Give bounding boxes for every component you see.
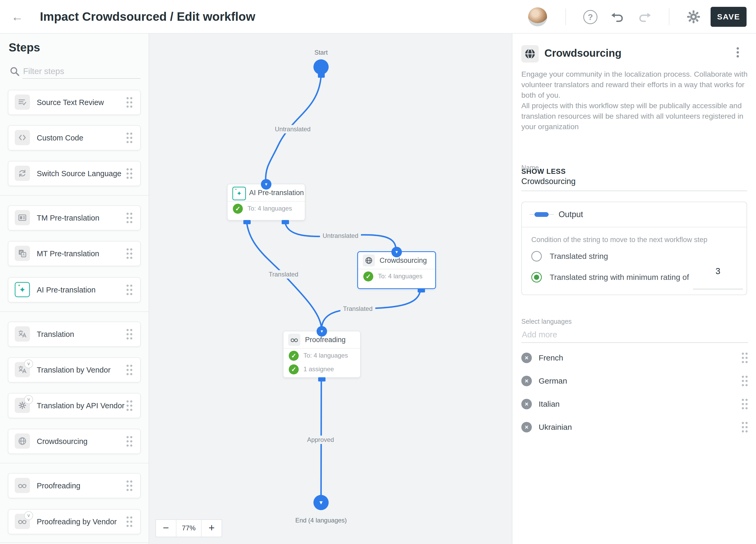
name-input[interactable]: Crowdsourcing: [521, 175, 747, 191]
edge-target-icon: [391, 247, 402, 257]
drag-handle-icon[interactable]: [127, 213, 132, 223]
start-label: Start: [314, 49, 328, 56]
edge-label: Untranslated: [272, 125, 313, 133]
output-connector-stub[interactable]: [282, 220, 289, 224]
drag-handle-icon[interactable]: [742, 422, 748, 432]
drag-handle-icon[interactable]: [127, 329, 132, 339]
group-divider: [0, 542, 149, 543]
toolbar-divider: [565, 8, 566, 25]
drag-handle-icon[interactable]: [127, 436, 132, 447]
step-item-source-text-review[interactable]: Source Text Review: [8, 90, 141, 115]
connector-bar-icon: [529, 212, 554, 217]
drag-handle-icon[interactable]: [127, 168, 132, 179]
output-connector-stub[interactable]: [318, 377, 325, 381]
end-node[interactable]: [313, 495, 329, 510]
help-icon[interactable]: [583, 10, 597, 24]
globe-icon: [521, 45, 539, 62]
glasses-icon: [15, 514, 30, 529]
radio-selected-icon[interactable]: [531, 272, 542, 283]
steps-heading: Steps: [9, 41, 40, 54]
remove-language-icon[interactable]: [521, 422, 532, 432]
language-row-ukrainian: Ukrainian: [521, 419, 749, 435]
ai-sparkle-icon: ✦✦: [232, 187, 246, 200]
glasses-icon: [15, 478, 30, 493]
zoom-in-button[interactable]: +: [202, 520, 222, 537]
drag-handle-icon[interactable]: [742, 376, 748, 386]
step-item-switch-source-language[interactable]: Switch Source Language: [8, 161, 141, 186]
node-proofreading[interactable]: Proofreading To: 4 languages 1 assignee: [283, 331, 361, 378]
drag-handle-icon[interactable]: [742, 353, 748, 363]
source-text-review-icon: [15, 95, 30, 110]
gear-icon: [15, 398, 30, 413]
zoom-out-button[interactable]: −: [156, 520, 176, 537]
drag-handle-icon[interactable]: [742, 399, 748, 409]
check-icon: [289, 351, 299, 361]
drag-handle-icon[interactable]: [127, 97, 132, 108]
workflow-canvas[interactable]: Start Untranslated Untranslated Translat…: [149, 34, 512, 544]
output-section: Output Condition of the string to move t…: [521, 202, 747, 295]
drag-handle-icon[interactable]: [127, 480, 132, 491]
globe-icon: [363, 254, 375, 266]
machine-translate-icon: GA: [15, 246, 30, 261]
select-languages-label: Select languages: [521, 318, 572, 325]
filter-steps-input[interactable]: [23, 64, 140, 79]
node-ai-pre-translation[interactable]: ✦✦ AI Pre-translation To: 4 languages: [227, 184, 305, 221]
step-item-crowdsourcing[interactable]: Crowdsourcing: [8, 429, 141, 454]
step-item-translation-by-vendor[interactable]: Translation by Vendor: [8, 357, 141, 383]
step-item-mt-pre-translation[interactable]: GA MT Pre-translation: [8, 241, 141, 266]
drag-handle-icon[interactable]: [127, 248, 132, 259]
min-rating-underline: [693, 289, 743, 289]
node-crowdsourcing[interactable]: Crowdsourcing To: 4 languages: [357, 251, 436, 289]
save-button[interactable]: SAVE: [711, 7, 747, 27]
step-item-tm-pre-translation[interactable]: TM Pre-translation: [8, 205, 141, 231]
output-connector-stub[interactable]: [243, 220, 251, 224]
page-title: Impact Crowdsourced / Edit workflow: [40, 9, 255, 24]
settings-gear-icon[interactable]: [686, 9, 701, 24]
translate-icon: [15, 362, 30, 377]
drag-handle-icon[interactable]: [127, 400, 132, 411]
drag-handle-icon[interactable]: [127, 133, 132, 143]
filter-steps-field: [9, 64, 141, 79]
add-language-input[interactable]: [521, 327, 748, 343]
step-item-proofreading-by-vendor[interactable]: Proofreading by Vendor: [8, 509, 141, 534]
language-row-german: German: [521, 373, 749, 389]
kebab-menu-icon[interactable]: [737, 47, 739, 59]
language-row-french: French: [521, 350, 749, 366]
workflow-editor-app: Impact Crowdsourced / Edit workflow SAVE…: [0, 0, 756, 544]
tm-card-icon: [15, 210, 30, 225]
step-item-proofreading[interactable]: Proofreading: [8, 473, 141, 498]
edge-target-icon: [261, 179, 271, 190]
step-item-ai-pre-translation[interactable]: ✦✦ AI Pre-translation: [8, 277, 141, 302]
steps-sidebar: Steps Source Text Review Custom Code Swi…: [0, 34, 149, 544]
group-divider: [0, 311, 149, 312]
output-title: Output: [559, 202, 583, 227]
remove-language-icon[interactable]: [521, 353, 532, 363]
back-arrow-icon[interactable]: [11, 10, 24, 24]
zoom-toolbar: − 77% +: [155, 519, 222, 537]
drag-handle-icon[interactable]: [127, 285, 132, 295]
glasses-icon: [288, 334, 300, 346]
avatar[interactable]: [528, 7, 547, 26]
drag-handle-icon[interactable]: [127, 365, 132, 375]
undo-icon[interactable]: [610, 9, 624, 24]
step-item-custom-code[interactable]: Custom Code: [8, 125, 141, 150]
step-settings-panel: Crowdsourcing Engage your community in t…: [512, 34, 756, 544]
start-node[interactable]: [313, 59, 329, 75]
condition-label: Condition of the string to move to the n…: [531, 236, 707, 244]
min-rating-input[interactable]: 3: [693, 266, 743, 276]
vendor-badge: [24, 359, 33, 368]
output-connector-stub[interactable]: [418, 288, 425, 292]
vendor-badge: [24, 395, 33, 404]
remove-language-icon[interactable]: [521, 399, 532, 409]
redo-icon[interactable]: [638, 9, 653, 24]
drag-handle-icon[interactable]: [127, 516, 132, 527]
name-label: Name: [521, 164, 539, 171]
radio-icon[interactable]: [531, 251, 542, 261]
step-description: Engage your community in the localizatio…: [521, 69, 749, 132]
step-item-translation-by-api-vendor[interactable]: Translation by API Vendor: [8, 393, 141, 418]
step-item-translation[interactable]: Translation: [8, 322, 141, 347]
edge-label: Approved: [305, 436, 337, 444]
remove-language-icon[interactable]: [521, 376, 532, 386]
edge-label: Translated: [266, 270, 301, 279]
panel-title: Crowdsourcing: [544, 47, 621, 59]
